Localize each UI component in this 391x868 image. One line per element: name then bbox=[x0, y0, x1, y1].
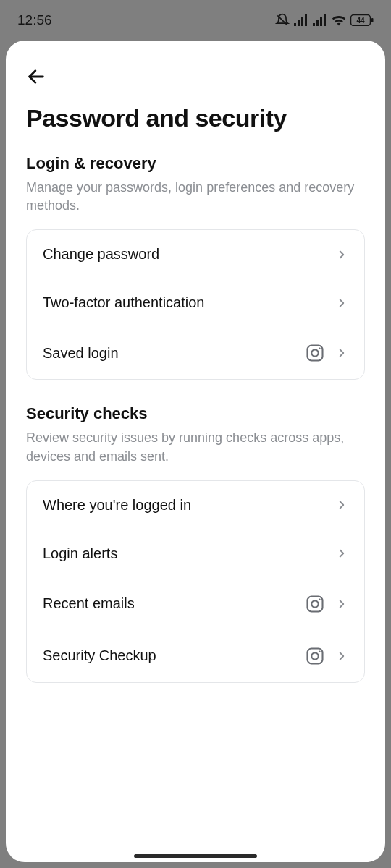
security-checks-card: Where you're logged in Login alerts Rece… bbox=[26, 480, 365, 683]
chevron-right-icon bbox=[335, 346, 348, 359]
row-label: Change password bbox=[43, 246, 325, 263]
chevron-right-icon bbox=[335, 547, 348, 560]
row-label: Recent emails bbox=[43, 595, 295, 612]
row-change-password[interactable]: Change password bbox=[27, 230, 364, 278]
status-time: 12:56 bbox=[17, 12, 52, 28]
row-label: Two-factor authentication bbox=[43, 294, 325, 311]
svg-text:44: 44 bbox=[356, 17, 365, 25]
section-security-checks-desc: Review security issues by running checks… bbox=[26, 429, 365, 465]
section-security-checks-title: Security checks bbox=[26, 404, 365, 423]
chevron-right-icon bbox=[335, 597, 348, 610]
wifi-icon bbox=[332, 14, 346, 26]
chevron-right-icon bbox=[335, 650, 348, 663]
svg-rect-18 bbox=[308, 648, 323, 663]
status-bar: 12:56 44 bbox=[0, 0, 391, 41]
chevron-right-icon bbox=[335, 248, 348, 261]
row-saved-login[interactable]: Saved login bbox=[27, 327, 364, 379]
battery-icon: 44 bbox=[350, 14, 374, 26]
app-card: Password and security Login & recovery M… bbox=[6, 41, 385, 862]
row-login-alerts[interactable]: Login alerts bbox=[27, 529, 364, 578]
back-button[interactable] bbox=[26, 65, 49, 88]
page-title: Password and security bbox=[26, 104, 365, 132]
svg-point-14 bbox=[319, 348, 320, 349]
section-login-recovery-desc: Manage your passwords, login preferences… bbox=[26, 179, 365, 215]
svg-rect-5 bbox=[316, 20, 319, 26]
svg-rect-7 bbox=[324, 14, 326, 26]
signal-icon-1 bbox=[294, 14, 308, 26]
svg-point-16 bbox=[311, 600, 318, 607]
status-icons: 44 bbox=[275, 13, 374, 27]
row-two-factor-authentication[interactable]: Two-factor authentication bbox=[27, 278, 364, 327]
chevron-right-icon bbox=[335, 297, 348, 310]
row-label: Security Checkup bbox=[43, 647, 295, 664]
svg-rect-6 bbox=[320, 17, 322, 26]
dnd-mute-icon bbox=[275, 13, 290, 27]
svg-rect-12 bbox=[308, 346, 323, 361]
row-label: Where you're logged in bbox=[43, 497, 325, 514]
svg-point-19 bbox=[311, 652, 318, 659]
svg-rect-2 bbox=[301, 17, 303, 26]
svg-rect-15 bbox=[308, 596, 323, 611]
svg-point-13 bbox=[311, 350, 318, 357]
row-label: Saved login bbox=[43, 345, 295, 362]
arrow-left-icon bbox=[26, 67, 46, 87]
svg-rect-1 bbox=[298, 20, 300, 26]
row-where-logged-in[interactable]: Where you're logged in bbox=[27, 481, 364, 529]
instagram-icon bbox=[305, 594, 325, 614]
login-recovery-card: Change password Two-factor authenticatio… bbox=[26, 229, 365, 380]
chevron-right-icon bbox=[335, 498, 348, 511]
svg-point-17 bbox=[319, 598, 320, 600]
row-recent-emails[interactable]: Recent emails bbox=[27, 578, 364, 630]
svg-rect-3 bbox=[305, 14, 307, 26]
instagram-icon bbox=[305, 646, 325, 666]
svg-point-20 bbox=[319, 650, 320, 652]
row-label: Login alerts bbox=[43, 545, 325, 562]
svg-rect-9 bbox=[371, 18, 374, 22]
section-login-recovery-title: Login & recovery bbox=[26, 154, 365, 173]
instagram-icon bbox=[305, 343, 325, 363]
svg-rect-4 bbox=[313, 23, 315, 26]
row-security-checkup[interactable]: Security Checkup bbox=[27, 630, 364, 682]
signal-icon-2 bbox=[313, 14, 327, 26]
svg-rect-0 bbox=[294, 23, 296, 26]
home-indicator[interactable] bbox=[134, 854, 257, 858]
